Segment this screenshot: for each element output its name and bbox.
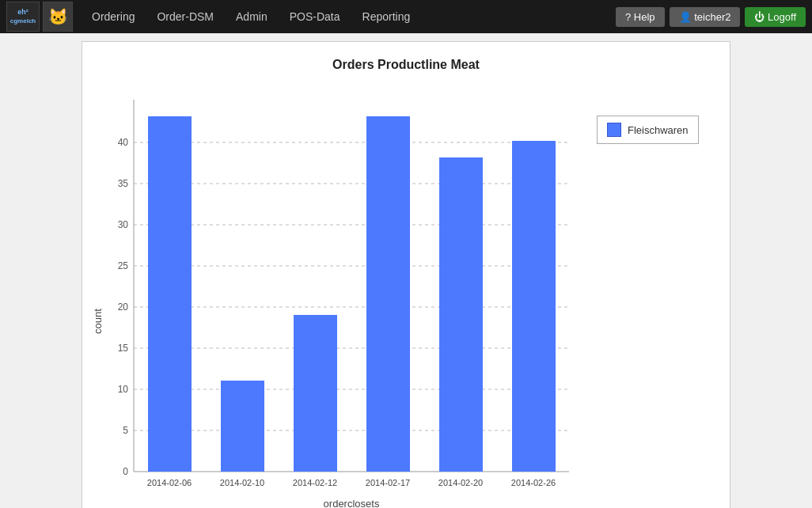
chart-container: Orders Productline Meat count 0 5 10 (82, 41, 730, 508)
legend-color-swatch (607, 123, 621, 137)
username-label: teicher2 (694, 11, 730, 23)
bar-3 (366, 116, 410, 472)
chart-title: Orders Productline Meat (90, 58, 722, 72)
bar-chart: count 0 5 10 15 20 (90, 84, 581, 508)
svg-text:2014-02-12: 2014-02-12 (293, 478, 337, 487)
logoff-button[interactable]: ⏻ Logoff (745, 7, 806, 27)
svg-text:2014-02-06: 2014-02-06 (147, 478, 192, 487)
navbar: eh²cgmelch 🐱 Ordering Order-DSM Admin PO… (0, 0, 812, 33)
svg-text:35: 35 (118, 178, 129, 189)
nav-actions: ? Help 👤 teicher2 ⏻ Logoff (616, 7, 806, 27)
nav-ordering[interactable]: Ordering (81, 0, 146, 33)
bar-4 (439, 157, 483, 472)
nav-reporting[interactable]: Reporting (351, 0, 422, 33)
logo-text: eh²cgmelch (6, 2, 40, 32)
legend: Fleischwaren (597, 116, 699, 144)
svg-text:2014-02-20: 2014-02-20 (438, 478, 483, 487)
svg-text:5: 5 (123, 425, 128, 436)
legend-label: Fleischwaren (628, 124, 689, 136)
bar-2 (294, 315, 337, 472)
bar-0 (148, 116, 192, 472)
svg-text:40: 40 (118, 137, 129, 148)
svg-text:25: 25 (118, 260, 129, 271)
svg-text:0: 0 (123, 466, 128, 477)
svg-text:10: 10 (118, 384, 129, 395)
logoff-label: Logoff (768, 11, 796, 23)
nav-pos-data[interactable]: POS-Data (279, 0, 351, 33)
power-icon: ⏻ (754, 11, 768, 23)
bar-1 (221, 381, 264, 472)
svg-text:count: count (92, 309, 104, 334)
svg-text:2014-02-26: 2014-02-26 (511, 478, 556, 487)
help-button[interactable]: ? Help (616, 7, 665, 27)
svg-text:15: 15 (118, 343, 129, 354)
nav-admin[interactable]: Admin (225, 0, 279, 33)
logo-icon: 🐱 (43, 2, 73, 32)
chart-svg-wrapper: count 0 5 10 15 20 (90, 84, 722, 508)
user-button[interactable]: 👤 teicher2 (670, 7, 741, 27)
svg-text:20: 20 (118, 301, 129, 313)
svg-text:30: 30 (118, 219, 129, 230)
brand: eh²cgmelch 🐱 (6, 2, 73, 32)
svg-text:2014-02-10: 2014-02-10 (220, 478, 264, 487)
bar-5 (512, 141, 556, 472)
main-content: Orders Productline Meat count 0 5 10 (0, 33, 812, 508)
nav-links: Ordering Order-DSM Admin POS-Data Report… (81, 0, 616, 33)
user-icon: 👤 (679, 11, 695, 23)
svg-text:2014-02-17: 2014-02-17 (366, 478, 410, 487)
nav-order-dsm[interactable]: Order-DSM (146, 0, 225, 33)
svg-text:orderclosets: orderclosets (324, 498, 380, 508)
